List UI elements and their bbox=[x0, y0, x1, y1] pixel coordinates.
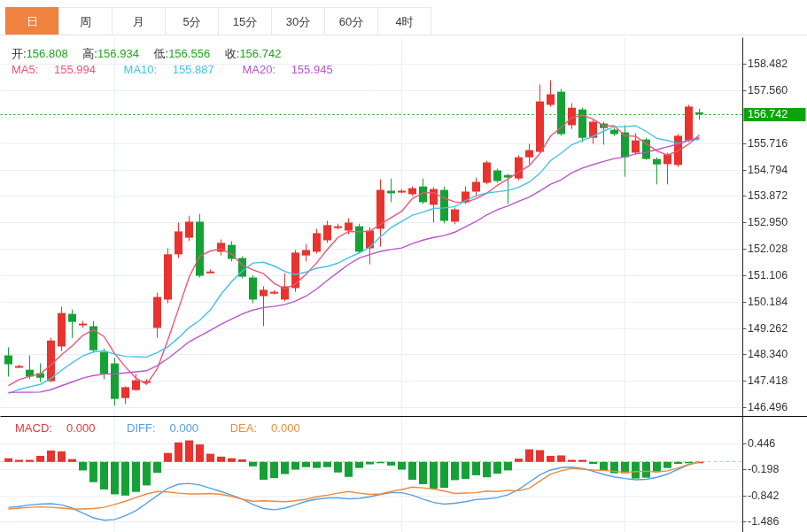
macd-value-readout: MACD:0.000 bbox=[15, 421, 109, 435]
tab-4hour[interactable]: 4时 bbox=[377, 7, 431, 35]
ma5-readout: MA5: 155.994 bbox=[12, 63, 108, 76]
dea-value-readout: DEA:0.000 bbox=[230, 421, 314, 435]
ma-readout: MA5: 155.994 MA10: 155.887 MA20: 155.945 bbox=[12, 63, 358, 76]
tab-month[interactable]: 月 bbox=[112, 7, 166, 35]
tab-5min[interactable]: 5分 bbox=[165, 7, 219, 35]
trading-chart-app: 日 周 月 5分 15分 30分 60分 4时 开:156.808 高:156.… bbox=[0, 0, 807, 532]
open-label: 开: bbox=[12, 47, 27, 60]
tab-30min[interactable]: 30分 bbox=[271, 7, 325, 35]
tab-day[interactable]: 日 bbox=[5, 7, 59, 35]
ma20-readout: MA20: 155.945 bbox=[242, 63, 345, 76]
close-label: 收: bbox=[225, 47, 240, 60]
diff-value-readout: DIFF:0.000 bbox=[127, 421, 213, 435]
interval-tabs: 日 周 月 5分 15分 30分 60分 4时 bbox=[6, 7, 431, 35]
current-price-tag: 156.742 bbox=[748, 108, 788, 120]
ohlc-readout: 开:156.808 高:156.934 低:156.556 收:156.742 bbox=[12, 46, 292, 62]
tab-60min[interactable]: 60分 bbox=[324, 7, 378, 35]
ma10-readout: MA10: 155.887 bbox=[124, 63, 227, 76]
close-value: 156.742 bbox=[239, 47, 281, 60]
low-label: 低: bbox=[154, 47, 169, 60]
high-value: 156.934 bbox=[97, 47, 139, 60]
candlestick-chart-canvas[interactable] bbox=[0, 0, 807, 532]
low-value: 156.556 bbox=[168, 47, 210, 60]
tab-15min[interactable]: 15分 bbox=[218, 7, 272, 35]
open-value: 156.808 bbox=[27, 47, 68, 60]
tab-week[interactable]: 周 bbox=[58, 7, 113, 35]
interval-tabbar: 日 周 月 5分 15分 30分 60分 4时 bbox=[0, 7, 807, 35]
high-label: 高: bbox=[82, 47, 97, 60]
macd-readout: MACD:0.000 DIFF:0.000 DEA:0.000 bbox=[15, 421, 329, 435]
